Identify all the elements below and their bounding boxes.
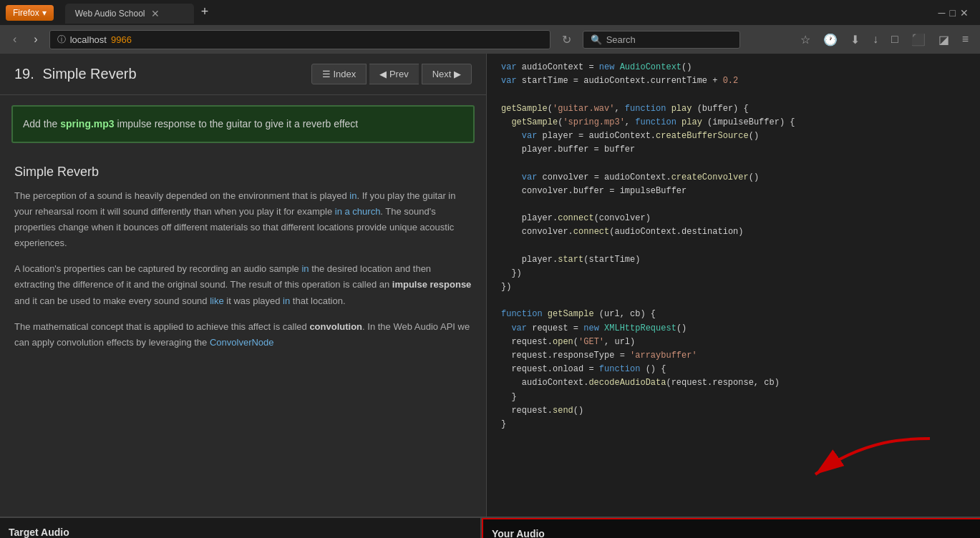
code-line-23: request.onload = function () { — [487, 363, 980, 376]
download-icon[interactable]: ↓ — [868, 30, 883, 49]
code-line-10: convolver.buffer = impulseBuffer — [487, 185, 980, 198]
code-line-15: player.start(startTime) — [487, 253, 980, 267]
lesson-paragraph-1: The perception of a sound is heavily dep… — [14, 188, 472, 251]
minimize-button[interactable]: ─ — [938, 7, 946, 19]
forward-button[interactable]: › — [28, 30, 43, 49]
extension-icon[interactable]: ⬛ — [907, 30, 930, 49]
info-icon: ⓘ — [57, 34, 66, 46]
right-panel: var audioContext = new AudioContext() va… — [487, 54, 980, 517]
prev-label: ◀ Prev — [379, 69, 408, 79]
refresh-button[interactable]: ↻ — [556, 30, 577, 49]
lesson-number: 19. — [14, 66, 34, 82]
next-button[interactable]: Next ▶ — [422, 64, 472, 84]
close-button[interactable]: ✕ — [960, 7, 969, 19]
task-box: Add the spring.mp3 impulse response to t… — [11, 105, 475, 143]
code-line-2: var startTime = audioContext.currentTime… — [487, 74, 980, 88]
code-line-6: var player = audioContext.createBufferSo… — [487, 129, 980, 143]
nav-icons: ☆ 🕐 ⬇ ↓ □ ⬛ ◪ ≡ — [796, 30, 973, 49]
screenshot-icon[interactable]: □ — [887, 30, 903, 49]
target-audio-panel: Target Audio ▶ Play Answer — [0, 518, 482, 538]
address-text: localhost — [70, 34, 107, 45]
your-audio-label: Your Audio — [492, 528, 980, 538]
code-line-13: convolver.connect(audioContext.destinati… — [487, 225, 980, 239]
next-label: Next ▶ — [432, 69, 461, 79]
left-panel: 19. Simple Reverb ☰ Index ◀ Prev Next ▶ … — [0, 54, 487, 517]
lesson-paragraph-2: A location's properties can be captured … — [14, 261, 472, 308]
code-line-9: var convolver = audioContext.createConvo… — [487, 171, 980, 185]
browser-chrome: Firefox ▾ Web Audio School ✕ + ─ □ ✕ ‹ ›… — [0, 0, 980, 54]
code-line-17: }) — [487, 280, 980, 294]
lesson-header: 19. Simple Reverb ☰ Index ◀ Prev Next ▶ — [0, 54, 486, 95]
task-text: Add the spring.mp3 impulse response to t… — [23, 117, 463, 132]
firefox-menu-button[interactable]: Firefox ▾ — [6, 5, 54, 21]
search-placeholder: Search — [606, 34, 636, 45]
pocket-icon[interactable]: ⬇ — [846, 30, 864, 49]
code-line-7: player.buffer = buffer — [487, 143, 980, 157]
arrow-container — [794, 428, 937, 502]
code-line-25: } — [487, 391, 980, 404]
lesson-name: Simple Reverb — [42, 66, 136, 82]
code-line-20: var request = new XMLHttpRequest() — [487, 322, 980, 336]
lesson-heading: Simple Reverb — [14, 165, 472, 180]
convolution-bold: convolution — [309, 321, 362, 332]
lesson-title: 19. Simple Reverb — [14, 66, 137, 82]
code-line-11 — [487, 198, 980, 212]
tab-bar: Web Audio School ✕ + — [59, 2, 927, 24]
main-container: 19. Simple Reverb ☰ Index ◀ Prev Next ▶ … — [0, 54, 980, 517]
firefox-label: Firefox — [13, 8, 39, 18]
lesson-nav-buttons: ☰ Index ◀ Prev Next ▶ — [311, 64, 472, 84]
code-line-12: player.connect(convolver) — [487, 212, 980, 225]
impulse-response-bold: impulse response — [392, 279, 472, 290]
code-line-19: function getSample (url, cb) { — [487, 308, 980, 321]
spring-mp3-highlight: spring.mp3 — [60, 118, 114, 129]
tab-title: Web Audio School — [75, 9, 145, 19]
code-line-21: request.open('GET', url) — [487, 336, 980, 349]
firefox-dropdown-icon: ▾ — [42, 8, 47, 18]
back-button[interactable]: ‹ — [7, 30, 22, 49]
restore-button[interactable]: □ — [950, 7, 956, 19]
search-icon: 🔍 — [591, 34, 602, 45]
address-port: 9966 — [111, 34, 132, 45]
active-tab[interactable]: Web Audio School ✕ — [65, 4, 194, 24]
menu-icon[interactable]: ≡ — [958, 30, 973, 49]
code-line-18 — [487, 294, 980, 308]
bottom-section: Target Audio ▶ Play Answer Your Audio ▶ … — [0, 517, 980, 538]
index-label: ☰ Index — [322, 69, 356, 79]
red-arrow-indicator — [794, 428, 937, 499]
history-icon[interactable]: 🕐 — [819, 30, 842, 49]
code-line-22: request.responseType = 'arraybuffer' — [487, 349, 980, 363]
extension2-icon[interactable]: ◪ — [934, 30, 954, 49]
lesson-content: Simple Reverb The perception of a sound … — [0, 153, 486, 517]
code-line-14 — [487, 239, 980, 253]
lesson-paragraph-3: The mathematical concept that is applied… — [14, 319, 472, 351]
code-line-4: getSample('guitar.wav', function play (b… — [487, 102, 980, 116]
tab-close-button[interactable]: ✕ — [151, 8, 160, 19]
code-line-16: }) — [487, 267, 980, 280]
address-bar[interactable]: ⓘ localhost 9966 — [49, 30, 550, 49]
code-line-8 — [487, 157, 980, 170]
code-line-5: getSample('spring.mp3', function play (i… — [487, 116, 980, 129]
target-audio-label: Target Audio — [9, 527, 472, 538]
prev-button[interactable]: ◀ Prev — [369, 64, 418, 84]
code-line-1: var audioContext = new AudioContext() — [487, 61, 980, 74]
code-line-3 — [487, 88, 980, 102]
your-audio-panel: Your Audio ▶ Play / Verify ✕ Reset Code — [482, 518, 980, 538]
code-line-24: audioContext.decodeAudioData(request.res… — [487, 376, 980, 390]
nav-bar: ‹ › ⓘ localhost 9966 ↻ 🔍 Search ☆ 🕐 ⬇ ↓ … — [0, 25, 980, 54]
bookmark-star-icon[interactable]: ☆ — [796, 30, 815, 49]
code-line-26: request.send() — [487, 404, 980, 418]
search-bar[interactable]: 🔍 Search — [583, 31, 740, 49]
index-button[interactable]: ☰ Index — [311, 64, 367, 84]
title-bar: Firefox ▾ Web Audio School ✕ + ─ □ ✕ — [0, 0, 980, 25]
new-tab-button[interactable]: + — [194, 0, 216, 24]
